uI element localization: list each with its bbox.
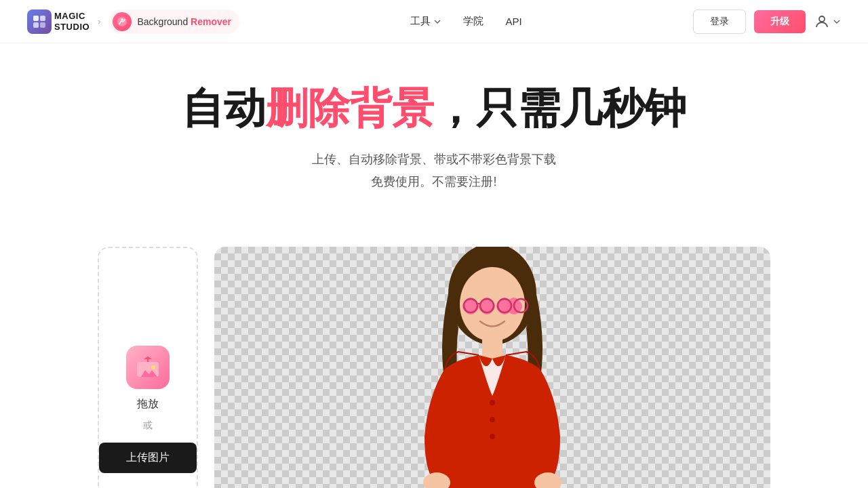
preview-placeholder: [214, 247, 770, 488]
hero-title: 自动删除背景，只需几秒钟: [27, 84, 841, 132]
logo-icon: [27, 9, 52, 34]
tool-badge-icon: [113, 12, 132, 31]
upgrade-button[interactable]: 升级: [754, 10, 806, 33]
nav-center: 工具 学院 API: [410, 15, 521, 28]
svg-point-8: [151, 365, 155, 369]
user-menu[interactable]: [814, 14, 841, 30]
preview-svg: [391, 247, 594, 488]
nav-academy[interactable]: 学院: [463, 15, 484, 28]
upload-button[interactable]: 上传图片: [99, 443, 197, 473]
or-text: 或: [143, 420, 153, 432]
upload-icon: [126, 346, 170, 389]
svg-rect-3: [40, 22, 45, 28]
hero-section: 自动删除背景，只需几秒钟 上传、自动移除背景、带或不带彩色背景下载 免费使用。不…: [0, 43, 868, 247]
svg-rect-1: [40, 16, 45, 21]
magic-studio-logo[interactable]: MAGICSTUDIO: [27, 9, 90, 34]
svg-rect-0: [33, 16, 39, 21]
logo-text: MAGICSTUDIO: [54, 11, 90, 32]
svg-point-18: [490, 417, 495, 422]
upload-dropzone[interactable]: 拖放 或 上传图片: [98, 247, 198, 488]
drag-text: 拖放: [137, 397, 159, 411]
breadcrumb-arrow: ›: [98, 16, 100, 26]
login-button[interactable]: 登录: [693, 9, 746, 34]
svg-point-5: [121, 18, 123, 21]
nav-api[interactable]: API: [505, 16, 521, 27]
svg-rect-16: [482, 338, 502, 359]
navbar: MAGICSTUDIO › Background Remover 工具 学: [0, 0, 868, 43]
dropdown-icon: [433, 18, 441, 26]
user-icon: [814, 14, 830, 30]
hero-subtitle: 上传、自动移除背景、带或不带彩色背景下载 免费使用。不需要注册!: [27, 148, 841, 192]
svg-point-6: [819, 16, 825, 22]
user-dropdown-icon: [833, 18, 841, 26]
nav-left: MAGICSTUDIO › Background Remover: [27, 9, 239, 34]
main-content: 拖放 或 上传图片 支持的格式:JPEG, PNG: [0, 247, 868, 488]
preview-area: [214, 247, 770, 488]
svg-point-17: [490, 400, 495, 405]
svg-point-19: [490, 434, 495, 439]
tool-badge[interactable]: Background Remover: [108, 9, 239, 34]
svg-rect-2: [33, 22, 39, 28]
nav-tools[interactable]: 工具: [410, 15, 441, 28]
nav-right: 登录 升级: [693, 9, 841, 34]
tool-name: Background Remover: [137, 16, 231, 27]
